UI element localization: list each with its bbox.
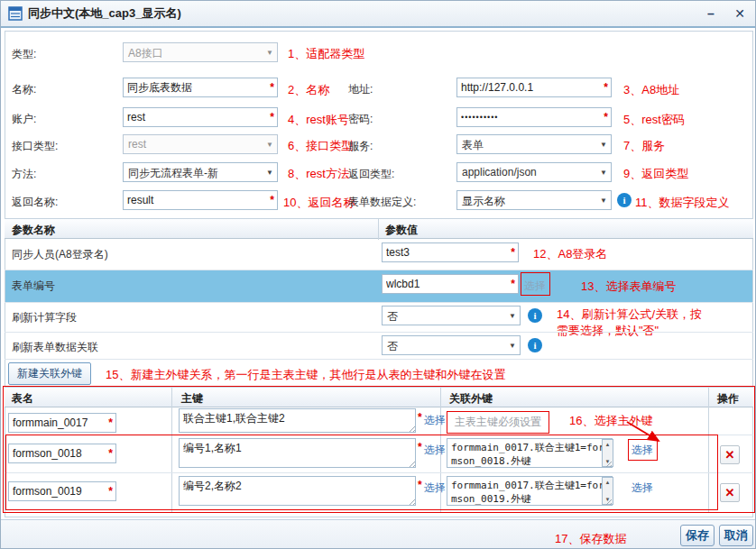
form-data-def-label: 表单数据定义:	[348, 195, 416, 210]
type-label: 类型:	[12, 47, 36, 62]
required-mark: *	[270, 194, 274, 206]
param-row-name: 表单编号	[12, 279, 55, 294]
pk-textarea[interactable]: 联合主键1,联合主键2	[179, 408, 416, 433]
address-input[interactable]	[456, 78, 612, 97]
pk-textarea[interactable]: 编号2,名称2	[179, 476, 416, 506]
param-row-name: 同步人员(A8登录名)	[12, 247, 108, 262]
fk-select-link[interactable]: 选择	[632, 443, 653, 458]
sync-user-input[interactable]	[382, 242, 519, 262]
param-value-wrap: *	[382, 242, 519, 262]
refresh-relation-select-value: 否	[387, 340, 398, 352]
fk-header-table: 表名	[12, 391, 33, 407]
annotation-1: 1、适配器类型	[288, 46, 364, 62]
fk-note: 主表主键必须设置	[447, 411, 549, 434]
delete-row-button[interactable]: ✕	[720, 483, 740, 502]
interface-type-select-value: rest	[128, 138, 146, 151]
cancel-button[interactable]: 取消	[719, 525, 753, 546]
row-divider	[5, 435, 753, 435]
fk-select-link[interactable]: 选择	[632, 480, 653, 496]
table-name-input[interactable]	[8, 481, 116, 501]
annotation-12: 12、A8登录名	[533, 246, 607, 262]
annotation-8: 8、rest方法	[288, 166, 349, 182]
fk-table-name-wrap: *	[8, 413, 116, 433]
row-divider	[5, 332, 753, 333]
close-icon[interactable]: ✕	[730, 5, 750, 23]
column-divider	[171, 387, 172, 512]
return-type-select[interactable]: application/json ▼	[456, 162, 612, 182]
annotation-9: 9、返回类型	[623, 166, 688, 182]
select-form-code-link[interactable]: 选择	[524, 279, 546, 294]
spinner-down-icon[interactable]: ▼	[605, 459, 611, 464]
account-input-wrap: *	[123, 107, 278, 127]
spinner-control[interactable]: ▲▼	[602, 439, 613, 467]
annotation-3: 3、A8地址	[623, 82, 679, 98]
name-label: 名称:	[12, 82, 36, 97]
spinner-up-icon[interactable]: ▲	[605, 442, 611, 447]
refresh-calc-select[interactable]: 否 ▼	[382, 306, 521, 325]
address-label: 地址:	[348, 82, 373, 97]
account-label: 账户:	[12, 112, 36, 127]
required-mark: *	[108, 485, 113, 498]
method-select[interactable]: 同步无流程表单-新 ▼	[123, 162, 278, 182]
return-name-input[interactable]	[123, 190, 278, 210]
type-select-value: A8接口	[128, 47, 163, 59]
interface-type-select[interactable]: rest ▼	[123, 134, 278, 154]
pk-textarea[interactable]: 编号1,名称1	[179, 438, 416, 468]
required-mark: *	[270, 111, 274, 124]
info-icon[interactable]: i	[528, 308, 542, 323]
fk-header-fk: 关联外键	[449, 391, 493, 407]
return-name-input-wrap: *	[123, 190, 278, 210]
titlebar: 同步中文(本地_cap3_显示名) – ✕	[1, 1, 756, 28]
param-name-header: 参数名称	[12, 223, 55, 238]
row-divider	[5, 472, 753, 473]
param-table-header: 参数名称 参数值	[5, 218, 753, 239]
annotation-4: 4、rest账号	[288, 112, 349, 128]
table-name-input[interactable]	[8, 413, 116, 433]
pk-select-link[interactable]: 选择	[424, 413, 446, 428]
minimize-button[interactable]: –	[701, 5, 721, 23]
fk-table-header: 表名 主键 关联外键 操作	[5, 387, 753, 407]
param-value-wrap: *	[382, 274, 519, 294]
chevron-down-icon: ▼	[266, 49, 273, 57]
annotation-17: 17、保存数据	[555, 531, 626, 547]
chevron-down-icon: ▼	[509, 342, 516, 350]
form-code-input[interactable]	[382, 274, 519, 294]
spinner-down-icon[interactable]: ▼	[605, 497, 611, 502]
annotation-13: 13、选择表单编号	[581, 279, 676, 295]
form-data-def-select[interactable]: 显示名称 ▼	[456, 190, 612, 210]
pk-select-link[interactable]: 选择	[424, 443, 446, 458]
chevron-down-icon: ▼	[600, 141, 607, 149]
name-input[interactable]	[123, 78, 278, 97]
new-fk-button[interactable]: 新建关联外键	[8, 362, 91, 385]
fk-value-textarea[interactable]: formmain_0017.联合主键1=formson_0019.外键	[447, 476, 613, 506]
spinner-control[interactable]: ▲▼	[602, 477, 613, 505]
table-name-input[interactable]	[8, 444, 116, 463]
service-select[interactable]: 表单 ▼	[456, 134, 612, 154]
pk-select-link[interactable]: 选择	[424, 480, 446, 496]
return-name-label: 返回名称:	[12, 195, 58, 210]
method-label: 方法:	[12, 167, 36, 182]
required-mark: *	[511, 246, 515, 259]
interface-type-label: 接口类型:	[12, 139, 58, 154]
table-bottom	[5, 512, 753, 513]
type-select[interactable]: A8接口 ▼	[123, 42, 278, 62]
sync-config-dialog: 同步中文(本地_cap3_显示名) – ✕ 类型: A8接口 ▼ 1、适配器类型…	[0, 0, 756, 549]
info-icon[interactable]: i	[617, 193, 632, 207]
fk-value-textarea[interactable]: formmain_0017.联合主键1=formson_0018.外键	[447, 438, 613, 468]
password-input[interactable]	[456, 107, 612, 127]
required-mark: *	[108, 447, 113, 460]
info-icon[interactable]: i	[528, 338, 542, 352]
annotation-16: 16、选择主外键	[569, 413, 652, 429]
row-divider	[5, 359, 753, 360]
refresh-relation-select[interactable]: 否 ▼	[382, 335, 521, 355]
annotation-7: 7、服务	[623, 138, 665, 154]
spinner-up-icon[interactable]: ▲	[605, 480, 611, 485]
chevron-down-icon: ▼	[600, 197, 607, 205]
return-type-label: 返回类型:	[348, 167, 394, 182]
save-button[interactable]: 保存	[680, 525, 715, 546]
account-input[interactable]	[123, 107, 278, 127]
form-grid-icon	[8, 6, 23, 21]
address-input-wrap: *	[456, 78, 612, 97]
annotation-14-line1: 14、刷新计算公式/关联，按	[557, 307, 702, 323]
delete-row-button[interactable]: ✕	[720, 445, 740, 464]
